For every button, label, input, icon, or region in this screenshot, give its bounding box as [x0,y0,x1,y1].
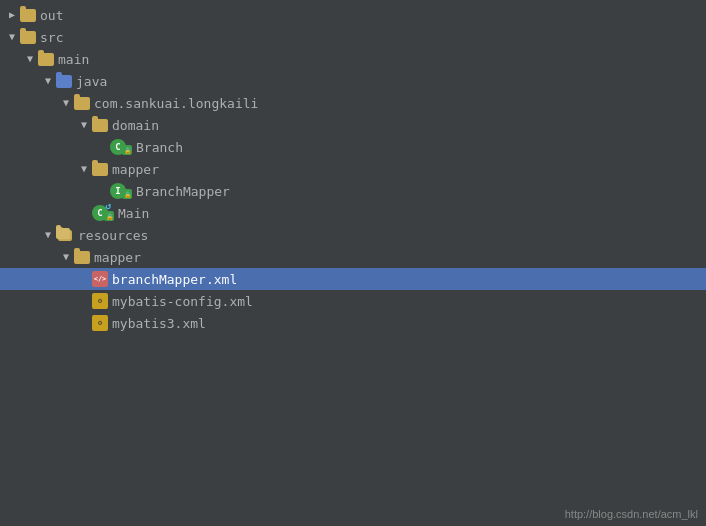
folder-plain-icon [92,163,108,176]
tree-item-mybatis3.xml[interactable]: ⚙mybatis3.xml [0,312,706,334]
tree-item-branchMapper.xml[interactable]: </>branchMapper.xml [0,268,706,290]
folder-plain-icon [74,97,90,110]
folder-plain-icon [92,119,108,132]
folder-source-icon [56,75,72,88]
watermark-text: http://blog.csdn.net/acm_lkl [565,508,698,520]
tree-item-label: branchMapper.xml [112,272,237,287]
tree-item-label: out [40,8,63,23]
tree-item-label: main [58,52,89,67]
tree-item-main[interactable]: main [0,48,706,70]
folder-plain-icon [20,31,36,44]
folder-plain-icon [74,251,90,264]
file-tree: outsrcmainjavacom.sankuai.longkailidomai… [0,0,706,338]
tree-item-label: domain [112,118,159,133]
tree-arrow[interactable] [4,29,20,45]
tree-item-Main[interactable]: C↺🔒Main [0,202,706,224]
tree-item-Branch[interactable]: C🔒Branch [0,136,706,158]
tree-arrow[interactable] [4,7,20,23]
class-lock-icon: C🔒 [110,139,132,155]
tree-item-com.sankuai.longkaili[interactable]: com.sankuai.longkaili [0,92,706,114]
tree-item-mybatis-config.xml[interactable]: ⚙mybatis-config.xml [0,290,706,312]
tree-item-java[interactable]: java [0,70,706,92]
tree-arrow [76,205,92,221]
tree-item-label: mybatis-config.xml [112,294,253,309]
tree-item-domain[interactable]: domain [0,114,706,136]
tree-item-label: Main [118,206,149,221]
tree-item-label: mybatis3.xml [112,316,206,331]
config-file-icon: ⚙ [92,315,108,331]
tree-item-out[interactable]: out [0,4,706,26]
tree-item-label: Branch [136,140,183,155]
tree-item-label: java [76,74,107,89]
tree-item-label: mapper [112,162,159,177]
tree-item-mapper-res[interactable]: mapper [0,246,706,268]
folder-resources-icon [56,228,74,242]
tree-arrow[interactable] [76,161,92,177]
tree-item-resources[interactable]: resources [0,224,706,246]
folder-plain-icon [38,53,54,66]
tree-arrow [76,271,92,287]
tree-arrow[interactable] [22,51,38,67]
tree-item-mapper[interactable]: mapper [0,158,706,180]
tree-arrow[interactable] [40,73,56,89]
tree-arrow [76,315,92,331]
config-file-icon: ⚙ [92,293,108,309]
tree-arrow [76,293,92,309]
tree-arrow[interactable] [76,117,92,133]
tree-item-label: resources [78,228,148,243]
tree-arrow [94,183,110,199]
class-modified-icon: C↺🔒 [92,205,114,221]
tree-arrow[interactable] [58,249,74,265]
interface-lock-icon: I🔒 [110,183,132,199]
tree-item-BranchMapper[interactable]: I🔒BranchMapper [0,180,706,202]
tree-item-label: com.sankuai.longkaili [94,96,258,111]
tree-item-label: src [40,30,63,45]
tree-item-label: BranchMapper [136,184,230,199]
tree-arrow[interactable] [58,95,74,111]
tree-item-src[interactable]: src [0,26,706,48]
tree-item-label: mapper [94,250,141,265]
tree-arrow[interactable] [40,227,56,243]
tree-arrow [94,139,110,155]
folder-plain-icon [20,9,36,22]
xml-file-icon: </> [92,271,108,287]
